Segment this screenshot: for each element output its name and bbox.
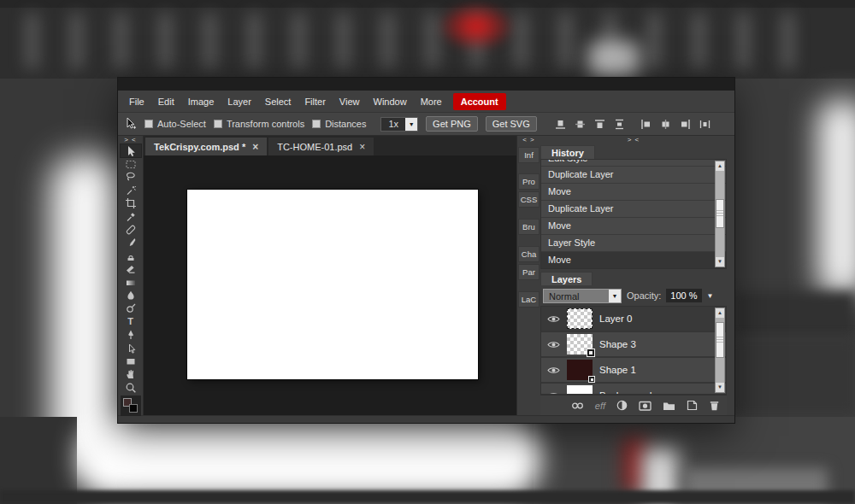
- account-button[interactable]: Account: [453, 93, 506, 110]
- crop-tool[interactable]: [121, 197, 141, 210]
- distances-checkbox[interactable]: Distances: [312, 119, 366, 129]
- layer-mask-icon[interactable]: [639, 401, 652, 411]
- eyedropper-tool[interactable]: [121, 210, 141, 223]
- align-bottom-icon[interactable]: [555, 119, 566, 130]
- shape-tool[interactable]: [121, 355, 141, 367]
- panel-tab-lac[interactable]: LaC: [518, 291, 540, 308]
- clone-stamp-tool[interactable]: [121, 249, 141, 262]
- layer-thumbnail[interactable]: [567, 385, 593, 395]
- zoom-level-select[interactable]: 1x ▼: [380, 117, 418, 132]
- chevron-down-icon[interactable]: ▼: [609, 290, 621, 302]
- history-item[interactable]: Layer Style: [541, 235, 726, 252]
- new-group-folder-icon[interactable]: [663, 401, 675, 411]
- document-tab-tchome[interactable]: TC-HOME-01.psd ×: [268, 138, 374, 155]
- auto-select-checkbox[interactable]: Auto-Select: [144, 119, 206, 129]
- layer-row-background[interactable]: Background: [541, 384, 726, 395]
- layers-panel-tab[interactable]: Layers: [540, 272, 593, 285]
- menu-more[interactable]: More: [414, 93, 449, 110]
- menu-filter[interactable]: Filter: [298, 93, 332, 110]
- align-right-icon[interactable]: [680, 119, 691, 130]
- layer-thumbnail[interactable]: [567, 360, 593, 380]
- distribute-horizontal-icon[interactable]: [699, 119, 711, 130]
- new-layer-icon[interactable]: [687, 400, 698, 411]
- scrollbar-thumb[interactable]: [716, 322, 724, 358]
- visibility-eye-icon[interactable]: [546, 340, 560, 349]
- menu-window[interactable]: Window: [367, 93, 414, 110]
- zoom-tool[interactable]: [121, 381, 141, 394]
- menu-image[interactable]: Image: [181, 93, 221, 110]
- align-left-icon[interactable]: [634, 119, 652, 130]
- layer-row-shape3[interactable]: Shape 3: [541, 332, 726, 358]
- panel-tab-css[interactable]: CSS: [518, 191, 540, 208]
- panel-tab-info[interactable]: Inf: [518, 147, 540, 163]
- menu-layer[interactable]: Layer: [221, 93, 258, 110]
- transform-controls-checkbox[interactable]: Transform controls: [214, 119, 304, 129]
- dodge-tool[interactable]: [121, 302, 141, 315]
- history-item[interactable]: Duplicate Layer: [541, 201, 726, 218]
- layer-thumbnail[interactable]: [567, 308, 593, 329]
- history-scrollbar[interactable]: ▲ ▼: [715, 161, 725, 267]
- get-png-button[interactable]: Get PNG: [426, 116, 478, 132]
- layers-scrollbar[interactable]: ▲ ▼: [715, 308, 725, 393]
- side-collapse-toggle[interactable]: < >: [522, 136, 535, 144]
- menu-view[interactable]: View: [333, 93, 367, 110]
- link-layers-icon[interactable]: [571, 401, 584, 411]
- tools-collapse-toggle[interactable]: > <: [124, 136, 137, 144]
- scroll-down-icon[interactable]: ▼: [716, 257, 724, 267]
- eraser-tool[interactable]: [121, 263, 141, 276]
- align-vertical-center-icon[interactable]: [575, 119, 586, 130]
- close-icon[interactable]: ×: [252, 142, 258, 152]
- checkbox-box-icon[interactable]: [214, 120, 222, 128]
- document-page[interactable]: [187, 190, 478, 379]
- history-item[interactable]: Move: [541, 218, 726, 235]
- healing-tool[interactable]: [121, 223, 141, 236]
- hand-tool[interactable]: [121, 368, 141, 381]
- delete-layer-trash-icon[interactable]: [709, 400, 720, 411]
- scroll-up-icon[interactable]: ▲: [716, 308, 724, 318]
- gradient-tool[interactable]: [121, 276, 141, 289]
- menu-file[interactable]: File: [122, 93, 151, 110]
- layer-row-shape1[interactable]: Shape 1: [541, 358, 726, 384]
- panels-collapse-toggle[interactable]: > <: [540, 136, 727, 144]
- panel-tab-channels[interactable]: Cha: [518, 246, 540, 262]
- checkbox-box-icon[interactable]: [144, 120, 153, 128]
- marquee-tool[interactable]: [121, 157, 141, 170]
- history-panel-tab[interactable]: History: [540, 145, 595, 159]
- history-item[interactable]: Edit Style: [541, 160, 726, 167]
- menu-edit[interactable]: Edit: [151, 93, 181, 110]
- scroll-down-icon[interactable]: ▼: [716, 383, 724, 392]
- get-svg-button[interactable]: Get SVG: [486, 116, 537, 132]
- document-tab-tekcrispy[interactable]: TekCrispy.com.psd * ×: [145, 138, 267, 155]
- align-horizontal-center-icon[interactable]: [660, 119, 671, 130]
- pen-tool[interactable]: [121, 328, 141, 341]
- visibility-eye-icon[interactable]: [546, 314, 560, 324]
- checkbox-box-icon[interactable]: [312, 120, 321, 128]
- panel-tab-paragraph[interactable]: Par: [518, 264, 540, 280]
- layer-effects-button[interactable]: eff: [595, 401, 605, 411]
- color-swatches[interactable]: [121, 396, 141, 416]
- blur-tool[interactable]: [121, 289, 141, 302]
- canvas-workspace[interactable]: [144, 155, 516, 415]
- align-top-icon[interactable]: [594, 119, 605, 130]
- visibility-eye-icon[interactable]: [546, 366, 560, 375]
- history-item-selected[interactable]: Move: [541, 252, 726, 269]
- adjustment-layer-icon[interactable]: [616, 400, 628, 411]
- blend-mode-select[interactable]: Normal ▼: [543, 289, 622, 303]
- scroll-up-icon[interactable]: ▲: [716, 161, 724, 171]
- panel-tab-brush[interactable]: Bru: [518, 219, 540, 235]
- path-select-tool[interactable]: [121, 342, 141, 355]
- magic-wand-tool[interactable]: [121, 184, 141, 196]
- move-tool[interactable]: [121, 144, 141, 157]
- brush-tool[interactable]: [121, 237, 141, 249]
- layer-thumbnail[interactable]: [567, 334, 593, 355]
- lasso-tool[interactable]: [121, 171, 141, 184]
- visibility-eye-icon[interactable]: [546, 391, 560, 396]
- close-icon[interactable]: ×: [359, 142, 365, 152]
- history-item[interactable]: Duplicate Layer: [541, 167, 726, 184]
- history-item[interactable]: Move: [541, 184, 726, 201]
- opacity-value[interactable]: 100 %: [666, 289, 701, 302]
- scrollbar-thumb[interactable]: [716, 199, 724, 228]
- chevron-down-icon[interactable]: ▼: [405, 118, 417, 131]
- layer-row-layer0[interactable]: Layer 0: [541, 307, 726, 332]
- chevron-down-icon[interactable]: ▼: [707, 292, 714, 300]
